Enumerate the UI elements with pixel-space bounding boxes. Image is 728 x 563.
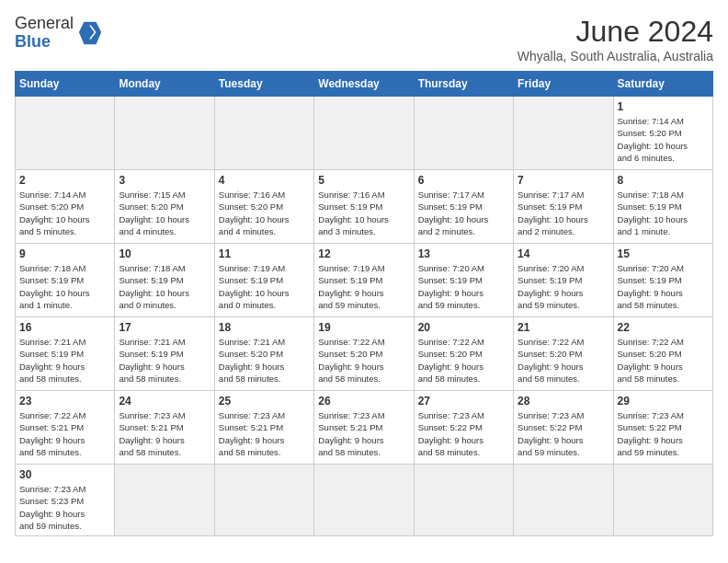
day-number: 4 — [219, 174, 310, 187]
calendar-cell: 30Sunrise: 7:23 AM Sunset: 5:23 PM Dayli… — [16, 465, 115, 536]
calendar-cell — [414, 465, 513, 536]
calendar-header-wednesday: Wednesday — [314, 72, 414, 97]
day-number: 22 — [618, 321, 709, 334]
day-info: Sunrise: 7:20 AM Sunset: 5:19 PM Dayligh… — [618, 262, 709, 311]
day-info: Sunrise: 7:23 AM Sunset: 5:21 PM Dayligh… — [119, 409, 210, 458]
calendar-cell: 6Sunrise: 7:17 AM Sunset: 5:19 PM Daylig… — [414, 170, 513, 244]
day-number: 27 — [418, 395, 509, 408]
calendar-cell: 15Sunrise: 7:20 AM Sunset: 5:19 PM Dayli… — [613, 244, 712, 317]
calendar-cell: 11Sunrise: 7:19 AM Sunset: 5:19 PM Dayli… — [214, 244, 313, 317]
day-number: 21 — [518, 321, 609, 334]
calendar-header-monday: Monday — [115, 72, 214, 97]
calendar-header-tuesday: Tuesday — [214, 72, 313, 97]
calendar-header-thursday: Thursday — [414, 72, 513, 97]
day-number: 6 — [418, 174, 509, 187]
day-number: 17 — [119, 321, 210, 334]
day-number: 23 — [19, 395, 110, 408]
calendar-week-row: 16Sunrise: 7:21 AM Sunset: 5:19 PM Dayli… — [16, 317, 713, 391]
calendar-cell: 26Sunrise: 7:23 AM Sunset: 5:21 PM Dayli… — [314, 391, 414, 465]
day-info: Sunrise: 7:20 AM Sunset: 5:19 PM Dayligh… — [418, 262, 509, 311]
day-number: 2 — [19, 174, 110, 187]
day-number: 1 — [618, 100, 709, 113]
day-number: 11 — [219, 247, 310, 260]
logo-general: General — [15, 15, 74, 33]
calendar-cell: 28Sunrise: 7:23 AM Sunset: 5:22 PM Dayli… — [514, 391, 613, 465]
day-number: 3 — [119, 174, 210, 187]
calendar-week-row: 2Sunrise: 7:14 AM Sunset: 5:20 PM Daylig… — [16, 170, 713, 244]
calendar-cell — [613, 465, 712, 536]
logo-icon — [77, 20, 103, 46]
calendar-week-row: 23Sunrise: 7:22 AM Sunset: 5:21 PM Dayli… — [16, 391, 713, 465]
calendar-cell: 10Sunrise: 7:18 AM Sunset: 5:19 PM Dayli… — [115, 244, 214, 317]
calendar-header-saturday: Saturday — [613, 72, 712, 97]
day-number: 25 — [219, 395, 310, 408]
day-info: Sunrise: 7:23 AM Sunset: 5:22 PM Dayligh… — [418, 409, 509, 458]
day-number: 5 — [318, 174, 409, 187]
calendar-cell — [414, 97, 513, 170]
title-area: June 2024 Whyalla, South Australia, Aust… — [518, 15, 713, 63]
calendar-cell: 2Sunrise: 7:14 AM Sunset: 5:20 PM Daylig… — [16, 170, 115, 244]
calendar-cell: 17Sunrise: 7:21 AM Sunset: 5:19 PM Dayli… — [115, 317, 214, 391]
day-number: 7 — [518, 174, 609, 187]
calendar-week-row: 1Sunrise: 7:14 AM Sunset: 5:20 PM Daylig… — [16, 97, 713, 170]
calendar-cell: 20Sunrise: 7:22 AM Sunset: 5:20 PM Dayli… — [414, 317, 513, 391]
logo: General Blue — [15, 15, 103, 52]
calendar-cell: 1Sunrise: 7:14 AM Sunset: 5:20 PM Daylig… — [613, 97, 712, 170]
calendar-cell: 13Sunrise: 7:20 AM Sunset: 5:19 PM Dayli… — [414, 244, 513, 317]
day-number: 12 — [318, 247, 409, 260]
calendar-week-row: 9Sunrise: 7:18 AM Sunset: 5:19 PM Daylig… — [16, 244, 713, 317]
calendar-header-friday: Friday — [514, 72, 613, 97]
day-info: Sunrise: 7:22 AM Sunset: 5:20 PM Dayligh… — [618, 336, 709, 385]
calendar-cell: 16Sunrise: 7:21 AM Sunset: 5:19 PM Dayli… — [16, 317, 115, 391]
calendar-cell: 8Sunrise: 7:18 AM Sunset: 5:19 PM Daylig… — [613, 170, 712, 244]
day-number: 18 — [219, 321, 310, 334]
calendar-cell: 4Sunrise: 7:16 AM Sunset: 5:20 PM Daylig… — [214, 170, 313, 244]
day-number: 19 — [318, 321, 409, 334]
day-info: Sunrise: 7:20 AM Sunset: 5:19 PM Dayligh… — [518, 262, 609, 311]
calendar-cell: 14Sunrise: 7:20 AM Sunset: 5:19 PM Dayli… — [514, 244, 613, 317]
day-number: 16 — [19, 321, 110, 334]
day-number: 29 — [618, 395, 709, 408]
calendar-cell — [514, 465, 613, 536]
calendar-week-row: 30Sunrise: 7:23 AM Sunset: 5:23 PM Dayli… — [16, 465, 713, 536]
day-number: 24 — [119, 395, 210, 408]
calendar-header-row: SundayMondayTuesdayWednesdayThursdayFrid… — [16, 72, 713, 97]
calendar-cell — [115, 97, 214, 170]
calendar-cell: 9Sunrise: 7:18 AM Sunset: 5:19 PM Daylig… — [16, 244, 115, 317]
calendar-cell: 12Sunrise: 7:19 AM Sunset: 5:19 PM Dayli… — [314, 244, 414, 317]
day-number: 20 — [418, 321, 509, 334]
calendar-table: SundayMondayTuesdayWednesdayThursdayFrid… — [15, 71, 713, 536]
day-info: Sunrise: 7:19 AM Sunset: 5:19 PM Dayligh… — [318, 262, 409, 311]
month-year-title: June 2024 — [518, 15, 713, 49]
day-number: 15 — [618, 247, 709, 260]
location-subtitle: Whyalla, South Australia, Australia — [518, 49, 713, 63]
day-info: Sunrise: 7:18 AM Sunset: 5:19 PM Dayligh… — [618, 189, 709, 237]
calendar-cell — [514, 97, 613, 170]
calendar-cell: 21Sunrise: 7:22 AM Sunset: 5:20 PM Dayli… — [514, 317, 613, 391]
day-info: Sunrise: 7:23 AM Sunset: 5:23 PM Dayligh… — [19, 483, 110, 532]
day-info: Sunrise: 7:16 AM Sunset: 5:19 PM Dayligh… — [318, 189, 409, 237]
day-info: Sunrise: 7:17 AM Sunset: 5:19 PM Dayligh… — [418, 189, 509, 237]
calendar-cell: 25Sunrise: 7:23 AM Sunset: 5:21 PM Dayli… — [214, 391, 313, 465]
day-info: Sunrise: 7:22 AM Sunset: 5:20 PM Dayligh… — [518, 336, 609, 385]
calendar-cell: 27Sunrise: 7:23 AM Sunset: 5:22 PM Dayli… — [414, 391, 513, 465]
calendar-header-sunday: Sunday — [16, 72, 115, 97]
day-number: 8 — [618, 174, 709, 187]
calendar-cell: 7Sunrise: 7:17 AM Sunset: 5:19 PM Daylig… — [514, 170, 613, 244]
calendar-cell: 23Sunrise: 7:22 AM Sunset: 5:21 PM Dayli… — [16, 391, 115, 465]
day-info: Sunrise: 7:21 AM Sunset: 5:19 PM Dayligh… — [19, 336, 110, 385]
day-info: Sunrise: 7:17 AM Sunset: 5:19 PM Dayligh… — [518, 189, 609, 237]
day-info: Sunrise: 7:18 AM Sunset: 5:19 PM Dayligh… — [119, 262, 210, 311]
calendar-cell — [115, 465, 214, 536]
day-info: Sunrise: 7:15 AM Sunset: 5:20 PM Dayligh… — [119, 189, 210, 237]
day-info: Sunrise: 7:22 AM Sunset: 5:20 PM Dayligh… — [418, 336, 509, 385]
day-info: Sunrise: 7:14 AM Sunset: 5:20 PM Dayligh… — [618, 115, 709, 164]
calendar-cell — [16, 97, 115, 170]
day-info: Sunrise: 7:23 AM Sunset: 5:21 PM Dayligh… — [219, 409, 310, 458]
day-info: Sunrise: 7:23 AM Sunset: 5:21 PM Dayligh… — [318, 409, 409, 458]
calendar-cell: 3Sunrise: 7:15 AM Sunset: 5:20 PM Daylig… — [115, 170, 214, 244]
logo-text: General Blue — [15, 15, 74, 52]
svg-marker-0 — [79, 22, 101, 44]
day-number: 13 — [418, 247, 509, 260]
day-info: Sunrise: 7:23 AM Sunset: 5:22 PM Dayligh… — [518, 409, 609, 458]
